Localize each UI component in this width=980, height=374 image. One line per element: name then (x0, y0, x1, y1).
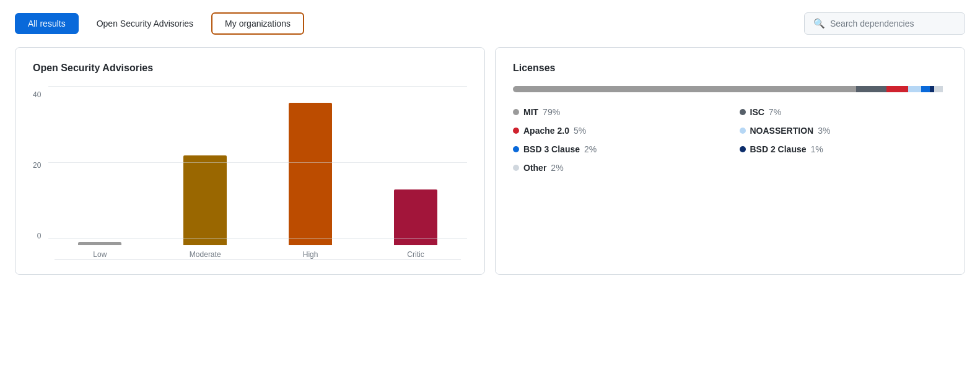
license-segment-isc (856, 86, 886, 92)
search-placeholder: Search dependencies (830, 19, 914, 28)
licenses-card: Licenses MIT 79% ISC 7% Apache 2.0 5% NO… (495, 47, 965, 275)
right-card-title: Licenses (513, 63, 947, 74)
legend-pct: 5% (574, 126, 586, 136)
legend-item-noassertion: NOASSERTION 3% (740, 126, 948, 136)
bar-low (78, 242, 121, 245)
license-segment-apache-2.0 (886, 86, 908, 92)
license-segment-bsd-2-clause (930, 86, 934, 92)
bar-group-moderate: Moderate (160, 155, 250, 259)
legend-name: BSD 2 Clause (750, 144, 807, 154)
license-segment-mit (513, 86, 856, 92)
legend-dot (513, 128, 519, 134)
bar-group-low: Low (55, 242, 145, 259)
bar-critic (394, 189, 437, 245)
bar-group-critic: Critic (370, 189, 461, 259)
search-icon: 🔍 (813, 18, 825, 29)
bar-label-moderate: Moderate (190, 250, 221, 259)
legend-pct: 2% (551, 163, 563, 173)
gridline-top (48, 86, 467, 87)
bar-high (289, 103, 332, 245)
x-axis-line (55, 259, 461, 259)
open-security-advisories-card: Open Security Advisories 40 20 0 (15, 47, 485, 275)
chart-inner: Low Moderate High Critic (48, 86, 467, 259)
tab-my-organizations[interactable]: My organizations (211, 12, 304, 35)
search-box[interactable]: 🔍 Search dependencies (804, 12, 965, 35)
top-bar: All results Open Security Advisories My … (15, 12, 965, 35)
legend-name: BSD 3 Clause (523, 144, 580, 154)
y-axis: 40 20 0 (33, 91, 41, 240)
legend-dot (513, 165, 519, 171)
cards-row: Open Security Advisories 40 20 0 (15, 47, 965, 275)
legend-name: ISC (750, 107, 764, 117)
legend-name: NOASSERTION (750, 126, 814, 136)
legend-pct: 2% (584, 144, 597, 154)
legend-name: MIT (523, 107, 538, 117)
legend-pct: 1% (811, 144, 823, 154)
bars-row: Low Moderate High Critic (48, 110, 467, 259)
legend-item-mit: MIT 79% (513, 107, 721, 117)
bar-moderate (183, 155, 227, 245)
legend-pct: 7% (769, 107, 781, 117)
legend-dot (513, 146, 519, 152)
bar-label-high: High (303, 250, 318, 259)
y-label-40: 40 (33, 91, 41, 98)
legend-item-isc: ISC 7% (740, 107, 948, 117)
y-label-0: 0 (37, 232, 42, 240)
legend-dot (740, 109, 746, 115)
legend-dot (740, 146, 746, 152)
license-bar (513, 86, 947, 92)
legend-dot (513, 109, 519, 115)
left-card-title: Open Security Advisories (33, 63, 467, 74)
tab-all-results[interactable]: All results (15, 13, 79, 34)
y-label-20: 20 (33, 162, 41, 169)
bar-label-critic: Critic (407, 250, 424, 259)
legend-name: Apache 2.0 (523, 126, 569, 136)
legend-item-bsd-2-clause: BSD 2 Clause 1% (740, 144, 948, 154)
chart-area: 40 20 0 Low Moderate Hig (33, 86, 467, 259)
legend-item-bsd-3-clause: BSD 3 Clause 2% (513, 144, 721, 154)
license-segment-noassertion (908, 86, 921, 92)
legend-name: Other (523, 163, 546, 173)
license-bar-container (513, 86, 947, 92)
bar-label-low: Low (93, 250, 107, 259)
grid-and-bars: Low Moderate High Critic (48, 86, 467, 259)
bar-group-high: High (265, 103, 356, 259)
legend-dot (740, 128, 746, 134)
legend-pct: 79% (543, 107, 560, 117)
license-legend: MIT 79% ISC 7% Apache 2.0 5% NOASSERTION… (513, 107, 947, 173)
license-segment-other (934, 86, 943, 92)
legend-pct: 3% (818, 126, 830, 136)
tab-open-security-advisories[interactable]: Open Security Advisories (84, 13, 206, 34)
legend-item-apache-2.0: Apache 2.0 5% (513, 126, 721, 136)
legend-item-other: Other 2% (513, 163, 721, 173)
license-segment-bsd-3-clause (921, 86, 930, 92)
